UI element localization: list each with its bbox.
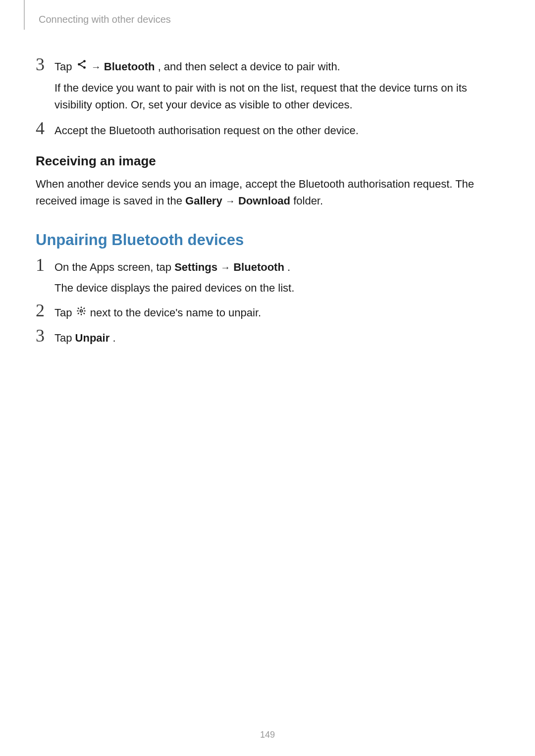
svg-rect-11 bbox=[83, 307, 85, 309]
step-3: 3 Tap → Bluetooth , and then select a de… bbox=[36, 58, 499, 113]
svg-rect-10 bbox=[83, 312, 85, 314]
step-body: Tap → Bluetooth , and then select a devi… bbox=[54, 58, 499, 113]
page-number: 149 bbox=[0, 730, 535, 740]
svg-line-3 bbox=[80, 62, 83, 64]
menu-item-bluetooth: Bluetooth bbox=[104, 60, 155, 73]
menu-item-unpair: Unpair bbox=[75, 332, 110, 344]
step-body: Accept the Bluetooth authorisation reque… bbox=[54, 122, 499, 139]
svg-line-4 bbox=[80, 65, 83, 67]
menu-item-download: Download bbox=[238, 195, 290, 207]
menu-item-bluetooth: Bluetooth bbox=[233, 261, 284, 273]
unpair-step-1: 1 On the Apps screen, tap Settings → Blu… bbox=[36, 259, 499, 297]
svg-rect-9 bbox=[77, 307, 79, 309]
arrow-icon: → bbox=[225, 194, 235, 209]
step-number: 2 bbox=[36, 302, 54, 319]
text: Tap bbox=[54, 332, 75, 344]
unpair-step-2: 2 Tap bbox=[36, 304, 499, 322]
page-content: 3 Tap → Bluetooth , and then select a de… bbox=[36, 58, 499, 354]
svg-rect-12 bbox=[77, 312, 79, 314]
step-body: Tap Unpair . bbox=[54, 330, 499, 347]
text: next to the device's name to unpair. bbox=[90, 306, 261, 319]
arrow-icon: → bbox=[91, 59, 101, 75]
text: Tap bbox=[54, 60, 75, 73]
step-4: 4 Accept the Bluetooth authorisation req… bbox=[36, 122, 499, 139]
step-number: 3 bbox=[36, 55, 54, 73]
chapter-title: Connecting with other devices bbox=[39, 14, 171, 25]
svg-rect-8 bbox=[84, 310, 85, 311]
page-header-mark bbox=[24, 0, 25, 30]
step-number: 4 bbox=[36, 119, 54, 137]
svg-rect-6 bbox=[81, 313, 82, 315]
gear-icon bbox=[76, 304, 86, 321]
arrow-icon: → bbox=[220, 260, 230, 275]
receiving-para: When another device sends you an image, … bbox=[36, 176, 499, 209]
text: Tap bbox=[54, 306, 75, 319]
step-body: On the Apps screen, tap Settings → Bluet… bbox=[54, 259, 499, 297]
text: folder. bbox=[293, 195, 323, 207]
text: On the Apps screen, tap bbox=[54, 261, 174, 273]
svg-rect-7 bbox=[77, 310, 78, 311]
text: If the device you want to pair with is n… bbox=[54, 80, 499, 113]
text: , and then select a device to pair with. bbox=[158, 60, 340, 73]
text: . bbox=[287, 261, 290, 273]
heading-unpairing: Unpairing Bluetooth devices bbox=[36, 231, 499, 249]
text: . bbox=[112, 332, 115, 344]
text: The device displays the paired devices o… bbox=[54, 280, 499, 297]
subheading-receiving: Receiving an image bbox=[36, 153, 499, 169]
menu-item-gallery: Gallery bbox=[185, 195, 222, 207]
text: Accept the Bluetooth authorisation reque… bbox=[54, 122, 499, 139]
svg-rect-5 bbox=[81, 306, 82, 308]
share-icon bbox=[76, 58, 87, 75]
step-body: Tap bbox=[54, 304, 499, 322]
menu-item-settings: Settings bbox=[174, 261, 217, 273]
unpair-step-3: 3 Tap Unpair . bbox=[36, 330, 499, 347]
step-number: 3 bbox=[36, 327, 54, 345]
step-number: 1 bbox=[36, 256, 54, 274]
